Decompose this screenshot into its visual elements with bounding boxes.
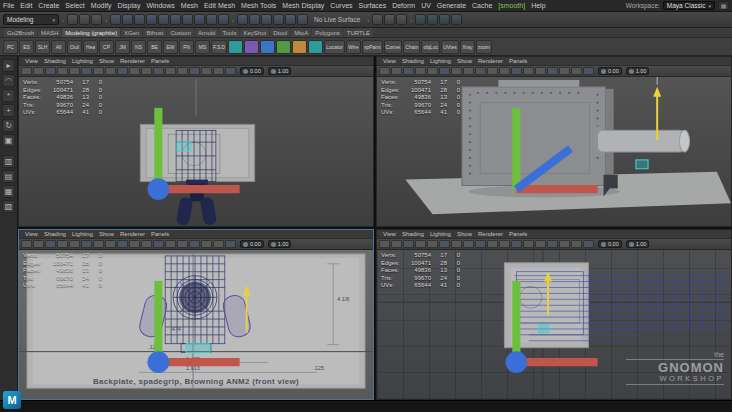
menu-item[interactable]: Edit Mesh (201, 2, 238, 9)
shelf-button[interactable]: Outl (67, 40, 82, 54)
snap-projected-center-icon[interactable] (273, 14, 284, 25)
panel-menu-item[interactable]: Lighting (427, 231, 454, 237)
panel-menu-item[interactable]: Shading (399, 58, 427, 64)
panel-menu-item[interactable]: Lighting (427, 58, 454, 64)
shelf-button[interactable]: BE (147, 40, 162, 54)
rotate-tool-icon[interactable] (2, 119, 15, 132)
shelf-button[interactable]: Xray (460, 40, 475, 54)
shelf-tab[interactable]: MtoA (291, 28, 311, 37)
shelf-button[interactable]: EW (163, 40, 178, 54)
panel-menu-item[interactable]: Shading (399, 231, 427, 237)
panel-menu-item[interactable]: Panels (506, 231, 530, 237)
shelf-button[interactable]: UVtes (441, 40, 459, 54)
snap-point-icon[interactable] (261, 14, 272, 25)
shelf-button[interactable]: FN (179, 40, 194, 54)
outliner-pane-layout-icon[interactable] (2, 200, 15, 213)
status-divider[interactable]: › (61, 17, 65, 23)
layout-grid-icon[interactable]: ▦ (718, 1, 729, 10)
menu-item[interactable]: Select (62, 2, 87, 9)
scene-top-left[interactable]: Verts:50754170Edges:100471280Faces:49836… (19, 77, 373, 226)
shelf-button[interactable]: zoom (476, 40, 492, 54)
select-object-icon[interactable] (122, 14, 133, 25)
panel-menu-item[interactable]: Show (96, 58, 117, 64)
select-mask-rendering-icon[interactable] (218, 14, 229, 25)
shelf-button[interactable]: spPaint (362, 40, 383, 54)
viewport-front[interactable]: ViewShadingLightingShowRendererPanels 0.… (18, 229, 374, 400)
panel-menu-item[interactable]: Renderer (475, 231, 506, 237)
menu-set-selector[interactable]: Modeling ▾ (3, 14, 59, 25)
shelf-button[interactable]: SLH (35, 40, 50, 54)
status-divider[interactable]: › (104, 17, 108, 23)
shelf-tab[interactable]: Dtool (270, 28, 290, 37)
menu-item[interactable]: Mesh Tools (238, 2, 279, 9)
panel-menu-item[interactable]: Shading (41, 58, 69, 64)
single-pane-layout-icon[interactable] (2, 155, 15, 168)
shelf-button[interactable]: MS (195, 40, 210, 54)
workspace-selector[interactable]: Maya Classic ▾ (663, 1, 715, 10)
panel-menu-item[interactable]: Renderer (117, 231, 148, 237)
menu-item[interactable]: Edit (17, 2, 35, 9)
select-mask-handles-icon[interactable] (146, 14, 157, 25)
four-pane-layout-icon[interactable] (2, 185, 15, 198)
status-divider[interactable]: › (366, 17, 370, 23)
panel-menu-item[interactable]: Show (454, 231, 475, 237)
select-mask-deformations-icon[interactable] (194, 14, 205, 25)
panel-menu-item[interactable]: View (380, 231, 399, 237)
shelf-button[interactable]: Chain (403, 40, 420, 54)
shelf-tab[interactable]: Arnold (195, 28, 218, 37)
paint-select-tool-icon[interactable] (2, 89, 15, 102)
shelf-button[interactable]: PC (3, 40, 18, 54)
shelf-button[interactable]: All (51, 40, 66, 54)
save-scene-icon[interactable] (91, 14, 102, 25)
shelf-button[interactable]: ES (19, 40, 34, 54)
menu-item[interactable]: Create (35, 2, 62, 9)
shelf-button[interactable] (260, 40, 275, 54)
snap-curve-icon[interactable] (249, 14, 260, 25)
menu-item[interactable]: Surfaces (356, 2, 390, 9)
select-mask-curves-icon[interactable] (170, 14, 181, 25)
scene-perspective[interactable]: Verts:50754170Edges:100471280Faces:49836… (377, 77, 731, 226)
make-live-icon[interactable] (297, 14, 308, 25)
shelf-tab[interactable]: TURTLE (344, 28, 373, 37)
ipr-render-icon[interactable] (427, 14, 438, 25)
input-connections-icon[interactable] (372, 14, 383, 25)
shelf-tab[interactable]: Polygons (312, 28, 343, 37)
open-scene-icon[interactable] (79, 14, 90, 25)
menu-item[interactable]: Display (114, 2, 143, 9)
menu-item[interactable]: Mesh Display (279, 2, 327, 9)
menu-item[interactable]: Cache (469, 2, 495, 9)
snap-view-plane-icon[interactable] (285, 14, 296, 25)
viewport-side[interactable]: ViewShadingLightingShowRendererPanels 0.… (376, 229, 732, 400)
shelf-button[interactable]: Locator (324, 40, 345, 54)
panel-menu-item[interactable]: View (22, 231, 41, 237)
shelf-button[interactable]: NS (131, 40, 146, 54)
select-component-icon[interactable] (134, 14, 145, 25)
panel-menu-item[interactable]: Panels (148, 58, 172, 64)
menu-item[interactable]: Mesh (178, 2, 201, 9)
scale-tool-icon[interactable] (2, 134, 15, 147)
status-divider[interactable]: › (231, 17, 235, 23)
shelf-tab[interactable]: Go2Brush (4, 28, 37, 37)
menu-item[interactable]: Generate (434, 2, 469, 9)
shelf-button[interactable] (244, 40, 259, 54)
shelf-button[interactable]: objLoc (421, 40, 440, 54)
menu-item[interactable]: File (0, 2, 17, 9)
shelf-button[interactable]: Comet (384, 40, 403, 54)
render-icon[interactable] (415, 14, 426, 25)
shelf-button[interactable]: Hea (83, 40, 98, 54)
menu-item[interactable]: Deform (389, 2, 418, 9)
snap-grid-icon[interactable] (237, 14, 248, 25)
select-mask-joints-icon[interactable] (158, 14, 169, 25)
lasso-tool-icon[interactable] (2, 74, 15, 87)
panel-menu-item[interactable]: Lighting (69, 231, 96, 237)
select-tool-icon[interactable] (2, 59, 15, 72)
shelf-tab[interactable]: Tools (219, 28, 239, 37)
scene-front[interactable]: 4 1/8 .474 .128 1.405 1.913 .125 Verts:5… (19, 250, 373, 399)
output-connections-icon[interactable] (384, 14, 395, 25)
panel-menu-item[interactable]: Panels (506, 58, 530, 64)
shelf-button[interactable] (308, 40, 323, 54)
new-scene-icon[interactable] (67, 14, 78, 25)
shelf-tab[interactable]: Bifrost (143, 28, 166, 37)
shelf-tab[interactable]: MASH (38, 28, 61, 37)
construction-history-icon[interactable] (396, 14, 407, 25)
